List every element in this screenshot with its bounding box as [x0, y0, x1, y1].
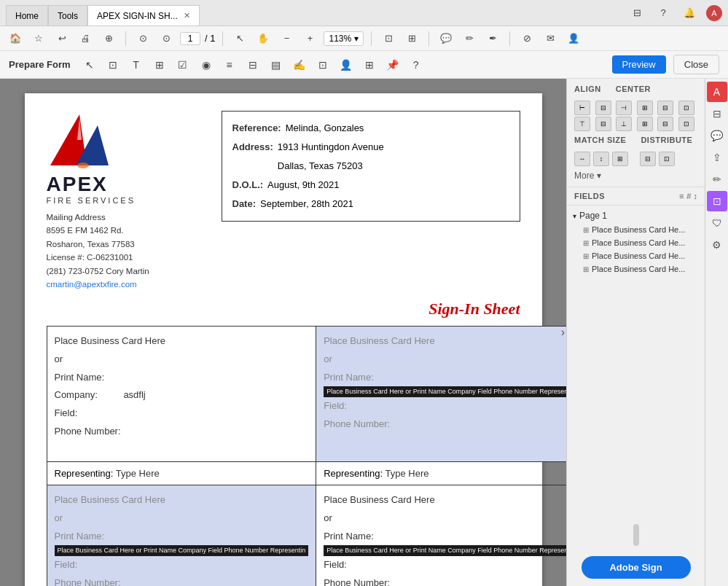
tree-item-3[interactable]: ⊞ Place Business Card He... [567, 249, 705, 262]
back-icon[interactable]: ↩ [52, 29, 71, 48]
help-icon[interactable]: ? [406, 55, 426, 75]
addr-row: Address: 1913 Huntingdon Avenue Dallas, … [232, 138, 509, 176]
comment-icon[interactable]: 💬 [437, 29, 455, 48]
zoom-in-icon[interactable]: + [300, 29, 319, 48]
cell2-compact-bar: Place Business Card Here or Print Name C… [324, 386, 566, 397]
tree-item-2[interactable]: ⊞ Place Business Card He... [567, 236, 705, 249]
draw-icon[interactable]: ✒ [483, 29, 502, 48]
date-label: Date: [232, 195, 257, 214]
table-icon[interactable]: ⊞ [149, 55, 170, 75]
signature-icon[interactable]: ✍ [289, 55, 310, 75]
match-w-icon[interactable]: ↔ [574, 152, 590, 166]
adobe-sign-button[interactable]: Adobe Sign [582, 556, 691, 579]
zoom-box[interactable]: 113% ▾ [324, 31, 364, 46]
zoom-out-icon[interactable]: − [277, 29, 296, 48]
tab-close-icon[interactable]: ✕ [184, 11, 190, 20]
pin-icon[interactable]: 📌 [383, 55, 403, 75]
nav-next-icon[interactable]: ⊙ [157, 29, 176, 48]
sort-icon[interactable]: ≡ [679, 192, 684, 200]
security-icon[interactable]: 🛡 [707, 213, 727, 233]
email-icon[interactable]: ✉ [541, 29, 560, 48]
match-both-icon[interactable]: ⊞ [612, 152, 628, 166]
align-right-icon[interactable]: ⊣ [616, 101, 632, 115]
print-icon[interactable]: 🖨 [76, 29, 95, 48]
comment-side-icon[interactable]: 💬 [707, 125, 727, 146]
dist-h-icon[interactable]: ⊟ [640, 152, 656, 166]
pdf-viewport[interactable]: APEX FIRE SERVICES Mailing Address 8595 … [0, 79, 566, 586]
align-top-icon[interactable]: ⊤ [574, 117, 590, 131]
pan-icon[interactable]: ✋ [254, 29, 273, 48]
field-table-icon-3: ⊞ [583, 252, 589, 260]
page-number-input[interactable] [180, 32, 200, 45]
grid-icon[interactable]: ⊞ [359, 55, 380, 75]
center-h-icon[interactable]: ⊞ [637, 101, 653, 115]
dist-v-icon[interactable]: ⊡ [659, 152, 675, 166]
image-icon[interactable]: ⊡ [313, 55, 333, 75]
home-icon[interactable]: 🏠 [6, 29, 25, 48]
more-button[interactable]: More ▾ [574, 171, 601, 181]
account-icon[interactable]: 👤 [564, 29, 583, 48]
cell3-line6: Phone Number: [55, 574, 309, 586]
match-size-label: MATCH SIZE [574, 136, 626, 144]
text-field-icon[interactable]: T [126, 55, 146, 75]
share-side-icon[interactable]: ⇪ [707, 147, 727, 168]
form-cell-1[interactable]: Place Business Card Here or Print Name: … [47, 327, 316, 485]
form-cell-2[interactable]: Place Business Card Here or Print Name: … [316, 327, 566, 485]
field-item-1-label: Place Business Card He... [592, 225, 685, 234]
acrobat-icon[interactable]: A [707, 82, 727, 102]
center-icon[interactable]: ⊡ [678, 101, 694, 115]
share-icon[interactable]: ⊘ [517, 29, 536, 48]
nav-prev-icon[interactable]: ⊙ [133, 29, 152, 48]
close-button[interactable]: Close [673, 55, 719, 74]
form-cell-4[interactable]: Place Business Card Here or Print Name: … [316, 485, 566, 586]
bookmark-icon[interactable]: ☆ [29, 29, 48, 48]
align-extra3[interactable]: ⊡ [678, 117, 694, 131]
dropdown-icon[interactable]: ⊟ [243, 55, 263, 75]
fill-sign-icon[interactable]: ✏ [707, 169, 727, 190]
align-center-h-icon[interactable]: ⊟ [595, 101, 611, 115]
tree-item-4[interactable]: ⊞ Place Business Card He... [567, 262, 705, 276]
tab-apex[interactable]: APEX SIGN-IN SH... ✕ [87, 5, 200, 26]
prepare-form-label: Prepare Form [9, 59, 71, 70]
cell1-line2: or [55, 351, 309, 369]
center-v-icon[interactable]: ⊟ [657, 101, 673, 115]
avatar[interactable]: A [706, 5, 722, 21]
align-bottom-icon[interactable]: ⊥ [616, 117, 632, 131]
cell2-type-here: Type Here [385, 468, 428, 479]
cursor-icon[interactable]: ↖ [79, 55, 100, 75]
scroll-arrow-icon[interactable]: › [561, 326, 565, 339]
edit-icon[interactable]: ✏ [460, 29, 479, 48]
form-cell-3[interactable]: Place Business Card Here or Print Name: … [47, 485, 316, 586]
city-state: Rosharon, Texas 77583 [47, 238, 192, 251]
prepare-form-side-icon[interactable]: ⊡ [707, 191, 727, 211]
browser-menu-icon[interactable]: ⊟ [627, 4, 646, 23]
match-h-icon[interactable]: ↕ [593, 152, 609, 166]
align-extra1[interactable]: ⊞ [637, 117, 653, 131]
columns-icon[interactable]: ⊞ [402, 29, 421, 48]
tree-item-1[interactable]: ⊞ Place Business Card He... [567, 223, 705, 236]
tools-side-icon[interactable]: ⚙ [707, 235, 727, 255]
tree-page-1[interactable]: ▾ Page 1 [567, 208, 705, 223]
align-left-icon[interactable]: ⊢ [574, 101, 590, 115]
checkbox-icon[interactable]: ☑ [173, 55, 193, 75]
tab-tools[interactable]: Tools [48, 5, 87, 26]
tab-home[interactable]: Home [6, 5, 48, 26]
form-field-icon[interactable]: ⊡ [103, 55, 123, 75]
sort-num-icon[interactable]: # ↕ [686, 192, 697, 200]
align-middle-icon[interactable]: ⊟ [595, 117, 611, 131]
select-icon[interactable]: ↖ [230, 29, 249, 48]
radio-icon[interactable]: ◉ [196, 55, 216, 75]
align-extra2[interactable]: ⊟ [657, 117, 673, 131]
cell3-compact-bar: Place Business Card Here or Print Name C… [55, 545, 309, 556]
barcode-icon[interactable]: ▤ [266, 55, 286, 75]
list-icon[interactable]: ≡ [219, 55, 240, 75]
page-separator: / 1 [205, 33, 215, 44]
preview-button[interactable]: Preview [612, 55, 666, 74]
crop-icon[interactable]: ⊡ [379, 29, 398, 48]
person-icon[interactable]: 👤 [336, 55, 356, 75]
right-scrollbar[interactable] [633, 524, 639, 546]
browser-notification-icon[interactable]: 🔔 [680, 4, 699, 23]
zoom-fit-icon[interactable]: ⊕ [99, 29, 118, 48]
form-icon[interactable]: ⊟ [707, 103, 727, 124]
browser-help-icon[interactable]: ? [654, 4, 673, 23]
